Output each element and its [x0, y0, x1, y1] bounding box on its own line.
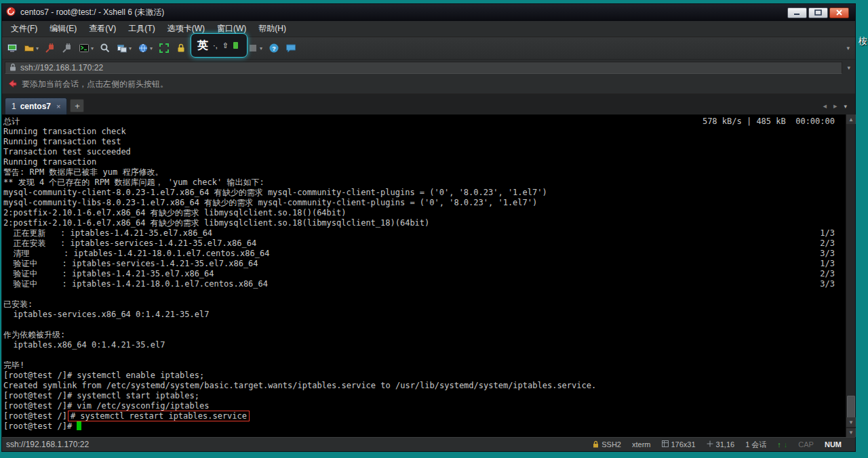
terminal-line: [root@test /]# systemctl start iptables; [3, 391, 846, 401]
terminal-text: 已安装: [3, 299, 33, 309]
terminal-line: [root@test /]# systemctl restart iptable… [3, 411, 846, 421]
terminal-text: 作为依赖被升级: [3, 330, 65, 339]
terminal-prompt: [root@test /]# [3, 421, 77, 431]
terminal-text: ** 发现 4 个已存在的 RPM 数据库问题， 'yum check' 输出如… [3, 178, 264, 187]
scrollbar-bottom-icon[interactable]: ▼ [846, 428, 856, 437]
terminal-line: 正在更新 : iptables-1.4.21-35.el7.x86_641/3 [3, 228, 846, 238]
terminal-text: Running transaction check [3, 127, 126, 136]
status-protocol-label: SSH2 [601, 440, 621, 449]
dropdown-caret-icon[interactable]: ▾ [129, 45, 132, 51]
tab-label: centos7 [20, 102, 51, 111]
info-bar: 要添加当前会话，点击左侧的箭头按钮。 [2, 75, 855, 94]
terminal-line: 2:postfix-2.10.1-6.el7.x86_64 有缺少的需求 lib… [3, 208, 846, 218]
window-title: centos7 - root@test:/ - Xshell 6 (未激活) [20, 7, 783, 18]
terminal-text-right: 1/3 [820, 228, 846, 238]
scrollbar-down-icon[interactable]: ▼ [846, 417, 856, 427]
ime-fullwidth-icon[interactable]: ⇧ [222, 41, 229, 50]
terminal-text-right: 2/3 [820, 269, 846, 279]
menu-item[interactable]: 帮助(H) [252, 21, 292, 37]
menu-item[interactable]: 查看(V) [83, 21, 122, 37]
close-button[interactable] [829, 7, 849, 18]
scrollbar-up-icon[interactable]: ▲ [846, 114, 856, 124]
terminal-text: 2:postfix-2.10.1-6.el7.x86_64 有缺少的需求 lib… [3, 218, 429, 228]
tab-prev-icon[interactable]: ◂ [823, 102, 827, 110]
menu-item[interactable]: 文件(F) [5, 21, 43, 37]
disconnect-icon[interactable] [43, 41, 58, 56]
status-protocol: SSH2 [593, 440, 621, 449]
terminal-line: 已安装: [3, 299, 846, 310]
terminal-text: Transaction test succeeded [3, 147, 131, 157]
dropdown-caret-icon[interactable]: ▾ [36, 45, 39, 51]
terminal-text: 清理 : iptables-1.4.21-18.0.1.el7.centos.x… [3, 249, 269, 258]
terminal-text: 总计 [3, 117, 20, 126]
new-tab-button[interactable]: + [70, 99, 84, 112]
help-icon[interactable]: ? [267, 41, 281, 56]
reconnect-icon[interactable] [60, 41, 75, 56]
terminal-text: 正在安装 : iptables-services-1.4.21-35.el7.x… [3, 238, 256, 248]
menu-item[interactable]: 编辑(E) [43, 21, 83, 37]
status-position-icon [707, 440, 713, 449]
minimize-button[interactable] [787, 7, 807, 18]
ime-popup[interactable]: 英 ·, ⇧ [191, 33, 248, 58]
tab-centos7[interactable]: 1 centos7 × [5, 98, 67, 114]
feedback-icon[interactable] [283, 41, 298, 56]
tab-close-icon[interactable]: × [56, 102, 60, 110]
status-session-count: 1 会话 [745, 440, 766, 450]
scrollbar-thumb[interactable] [847, 396, 855, 420]
terminal-screen[interactable]: 总计578 kB/s | 485 kB 00:00:00Running tran… [2, 114, 846, 437]
terminal-line: [root@test /]# vim /etc/sysconfig/iptabl… [3, 401, 846, 411]
local-shell-icon[interactable]: ▾ [77, 41, 96, 56]
upload-arrow-icon: ↑ [777, 440, 781, 449]
duplicate-session-icon[interactable]: ▾ [115, 41, 134, 56]
disabled-tool-icon[interactable]: ▾ [245, 41, 264, 56]
address-dropdown-caret[interactable]: ▾ [845, 64, 852, 71]
toolbar-overflow-caret[interactable]: ▾ [846, 45, 852, 51]
terminal-scrollbar[interactable]: ▲ ▼ ▼ [846, 114, 855, 437]
open-session-icon[interactable]: ▾ [22, 41, 41, 56]
terminal-line: ** 发现 4 个已存在的 RPM 数据库问题， 'yum check' 输出如… [3, 178, 846, 188]
terminal-line: 验证中 : iptables-services-1.4.21-35.el7.x8… [3, 259, 846, 269]
fullscreen-icon[interactable] [157, 41, 172, 56]
desktop-background: 桉 centos7 - root@test:/ - Xshell 6 (未激活) [0, 0, 868, 458]
terminal-text: [root@test /]# vim /etc/sysconfig/iptabl… [3, 401, 209, 411]
tab-navigation: ◂ ▸ ▾ [823, 102, 852, 114]
address-field[interactable]: ssh://192.168.1.170:22 [5, 62, 842, 74]
status-resize-icon [662, 440, 669, 449]
terminal-line: 总计578 kB/s | 485 kB 00:00:00 [3, 117, 846, 127]
terminal-line: iptables.x86_64 0:1.4.21-35.el7 [3, 340, 846, 350]
tab-menu-caret[interactable]: ▾ [844, 103, 847, 110]
find-icon[interactable] [98, 41, 113, 56]
maximize-button[interactable] [808, 7, 828, 18]
title-bar[interactable]: centos7 - root@test:/ - Xshell 6 (未激活) [2, 4, 855, 21]
terminal-text: 正在更新 : iptables-1.4.21-35.el7.x86_64 [3, 228, 212, 238]
tab-next-icon[interactable]: ▸ [833, 102, 837, 110]
ime-punctuation-icon[interactable]: ·, [213, 41, 218, 49]
terminal-text: mysql-community-client-8.0.23-1.el7.x86_… [3, 188, 547, 197]
web-browser-icon[interactable]: ▾ [136, 41, 155, 56]
menu-bar: 文件(F) 编辑(E) 查看(V) 工具(T) 选项卡(W) 窗口(W) 帮助(… [2, 21, 855, 37]
address-bar: ssh://192.168.1.170:22 ▾ [2, 60, 855, 75]
terminal-line: 警告: RPM 数据库已被非 yum 程序修改。 [3, 167, 846, 178]
svg-text:?: ? [272, 45, 276, 52]
ime-status-icon [233, 42, 238, 49]
dropdown-caret-icon[interactable]: ▾ [91, 45, 94, 51]
terminal-text-right: 578 kB/s | 485 kB 00:00:00 [703, 117, 846, 127]
terminal-text-right: 1/3 [820, 259, 846, 269]
info-bar-text: 要添加当前会话，点击左侧的箭头按钮。 [22, 79, 168, 90]
status-right-cluster: SSH2 xterm 176x31 31,16 1 会话 ↑ [593, 440, 851, 450]
dropdown-caret-icon[interactable]: ▾ [150, 45, 153, 51]
terminal-line: 作为依赖被升级: [3, 330, 846, 340]
terminal-text-right: 3/3 [820, 249, 846, 259]
add-session-arrow-icon[interactable] [7, 79, 17, 91]
tab-bar: 1 centos7 × + ◂ ▸ ▾ [2, 94, 855, 114]
status-cursor-position: 31,16 [707, 440, 735, 449]
ime-language-mode[interactable]: 英 [197, 39, 208, 53]
terminal-text: [root@test /]# systemctl start iptables; [3, 391, 199, 400]
terminal-line: Running transaction check [3, 127, 846, 137]
lock-screen-icon[interactable] [174, 41, 189, 56]
dropdown-caret-icon[interactable]: ▾ [260, 45, 262, 51]
menu-item[interactable]: 工具(T) [122, 21, 161, 37]
download-arrow-icon: ↓ [784, 440, 788, 449]
terminal-line: 验证中 : iptables-1.4.21-18.0.1.el7.centos.… [3, 279, 846, 289]
new-session-icon[interactable] [5, 41, 20, 56]
